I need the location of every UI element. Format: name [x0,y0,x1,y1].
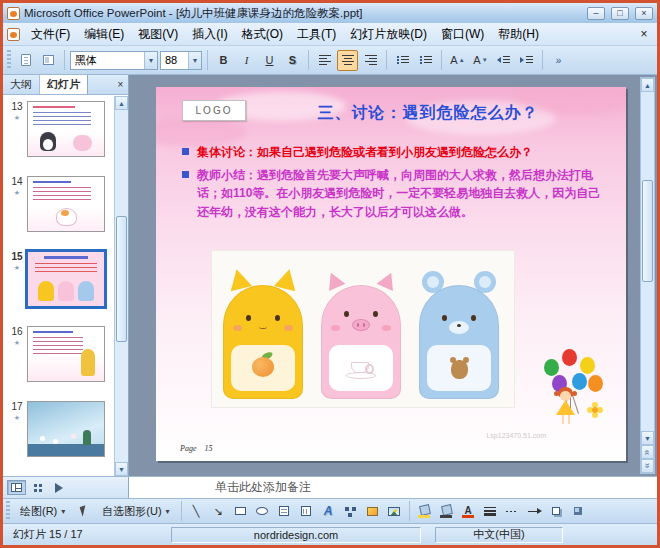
bulleted-list-button[interactable] [415,50,436,71]
editor-scroll-track[interactable] [641,92,654,431]
line-style-button[interactable] [480,501,501,522]
dropdown-icon[interactable]: ▾ [144,52,157,69]
language-indicator[interactable]: 中文(中国) [435,527,563,543]
clip-art-icon [367,507,378,516]
tab-slides[interactable]: 幻灯片 [40,75,88,94]
separator [386,50,387,70]
slide-title[interactable]: 三、讨论：遇到危险怎么办？ [252,103,604,124]
page-number: 15 [204,444,212,453]
select-objects-button[interactable] [73,501,94,522]
align-left-button[interactable] [314,50,335,71]
draw-menu-button[interactable]: 绘图(R) ▾ [13,501,72,522]
tab-outline[interactable]: 大纲 [3,75,40,94]
scroll-up-icon[interactable]: ▲ [115,96,128,110]
minimize-button[interactable]: – [587,7,605,20]
rectangle-button[interactable] [230,501,251,522]
line-button[interactable]: ╲ [186,501,207,522]
slide-layout-button[interactable] [38,50,59,71]
font-name-value: 黑体 [71,53,144,68]
autoshapes-menu-button[interactable]: 自选图形(U) ▾ [95,501,176,522]
maximize-button[interactable]: □ [611,7,629,20]
font-color-button[interactable]: A [458,501,479,522]
oval-button[interactable] [252,501,273,522]
slide-body-text[interactable]: 集体讨论：如果自己遇到危险或者看到小朋友遇到危险怎么办？ 教师小结：遇到危险首先… [182,143,606,225]
shadow-style-button[interactable] [546,501,567,522]
slide-canvas[interactable]: LOGO 三、讨论：遇到危险怎么办？ 集体讨论：如果自己遇到危险或者看到小朋友遇… [156,87,626,461]
bold-button[interactable]: B [213,50,234,71]
numbered-list-button[interactable] [392,50,413,71]
previous-slide-button[interactable]: « [641,445,654,459]
panel-scroll-thumb[interactable] [116,216,127,343]
threed-style-button[interactable] [568,501,589,522]
bullet-item-1[interactable]: 集体讨论：如果自己遇到危险或者看到小朋友遇到危险怎么办？ [182,143,606,162]
animal-cards-image[interactable] [212,251,514,407]
increase-indent-button[interactable] [516,50,537,71]
menu-insert[interactable]: 插入(I) [185,24,234,45]
diagram-button[interactable] [340,501,361,522]
close-presentation-icon[interactable]: × [635,27,653,41]
menu-tools[interactable]: 工具(T) [290,24,343,45]
slide-sorter-view-button[interactable] [28,480,47,495]
scroll-down-icon[interactable]: ▼ [641,431,654,445]
editor-scrollbar[interactable]: ▲ ▼ « « [640,77,655,474]
text-shadow-button[interactable]: S [282,50,303,71]
increase-font-button[interactable]: A▲ [447,50,468,71]
slide-thumbnail-17[interactable] [27,401,105,457]
normal-view-button[interactable] [7,480,26,495]
slideshow-view-button[interactable] [49,480,68,495]
vertical-text-box-button[interactable] [296,501,317,522]
close-pane-icon[interactable]: × [113,75,128,94]
toolbar-grip[interactable] [7,50,11,70]
toolbar-options-button[interactable]: » [548,50,569,71]
slide-thumbnail-14[interactable] [27,176,105,232]
menu-view[interactable]: 视图(V) [131,24,185,45]
align-center-icon [342,55,354,65]
editor-scroll-thumb[interactable] [642,180,653,282]
italic-button[interactable]: I [236,50,257,71]
slide-thumbnail-13[interactable] [27,101,105,157]
dropdown-icon[interactable]: ▾ [188,52,201,69]
shadow-style-icon [552,507,560,515]
notes-pane[interactable]: 单击此处添加备注 [129,476,657,498]
menu-format[interactable]: 格式(O) [235,24,290,45]
dash-style-button[interactable] [502,501,523,522]
wordart-button[interactable]: A [318,501,339,522]
slide-thumbnail-15[interactable] [27,251,105,307]
bullet-item-2[interactable]: 教师小结：遇到危险首先要大声呼喊，向周围的大人求救，然后想办法打电话；如110等… [182,166,606,222]
align-center-button[interactable] [337,50,358,71]
menu-help[interactable]: 帮助(H) [491,24,546,45]
slide-number: 16 [11,326,22,337]
panel-scroll-track[interactable] [115,110,128,462]
toolbar-grip[interactable] [6,501,10,521]
up-arrow-icon: ▲ [459,57,465,63]
document-icon [7,28,20,41]
font-size-select[interactable]: 88 ▾ [160,51,202,70]
underline-button[interactable]: U [259,50,280,71]
next-slide-button[interactable]: « [641,459,654,473]
clip-art-button[interactable] [362,501,383,522]
menu-slideshow[interactable]: 幻灯片放映(D) [343,24,434,45]
font-name-select[interactable]: 黑体 ▾ [70,51,158,70]
align-right-button[interactable] [360,50,381,71]
decrease-indent-button[interactable] [493,50,514,71]
scroll-down-icon[interactable]: ▼ [115,462,128,476]
align-left-icon [319,55,331,65]
new-slide-button[interactable] [15,50,36,71]
insert-picture-button[interactable] [384,501,405,522]
text-box-button[interactable] [274,501,295,522]
decrease-font-button[interactable]: A▼ [470,50,491,71]
line-color-button[interactable] [436,501,457,522]
menu-file[interactable]: 文件(F) [24,24,77,45]
formatting-toolbar: 黑体 ▾ 88 ▾ B I U S A▲ A▼ » [3,46,657,75]
panel-scrollbar[interactable]: ▲ ▼ [114,96,128,476]
arrow-style-button[interactable] [524,501,545,522]
logo-placeholder[interactable]: LOGO [182,100,246,121]
fill-color-button[interactable] [414,501,435,522]
scroll-up-icon[interactable]: ▲ [641,78,654,92]
menu-window[interactable]: 窗口(W) [434,24,491,45]
close-button[interactable]: × [635,7,653,20]
dropdown-icon: ▾ [166,507,170,516]
menu-edit[interactable]: 编辑(E) [77,24,131,45]
arrow-button[interactable]: ↘ [208,501,229,522]
slide-thumbnail-16[interactable] [27,326,105,382]
